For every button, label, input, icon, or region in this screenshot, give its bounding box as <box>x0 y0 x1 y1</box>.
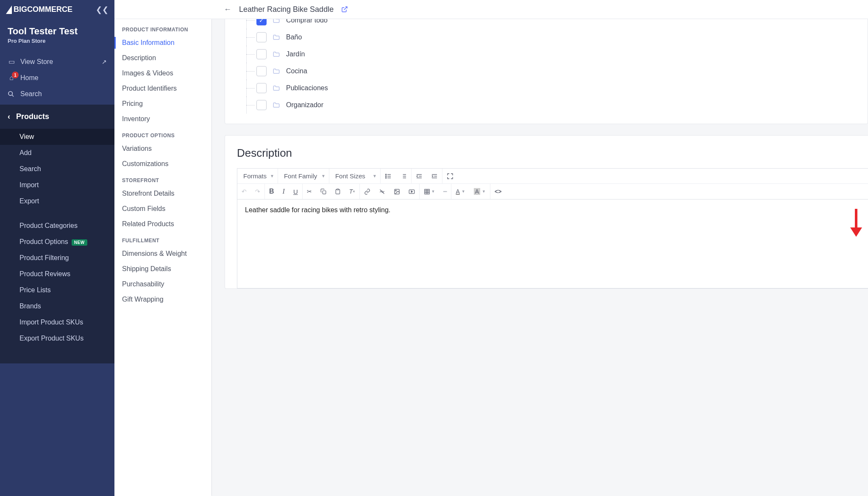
undo-button[interactable]: ↶ <box>237 184 251 199</box>
section-nav-item[interactable]: Purchasability <box>122 277 211 292</box>
svg-line-1 <box>12 95 14 97</box>
cut-button[interactable]: ✂ <box>303 184 316 199</box>
svg-point-6 <box>386 174 387 175</box>
table-button[interactable]: ▼ <box>420 184 440 199</box>
section-nav: PRODUCT INFORMATIONBasic InformationDesc… <box>114 19 212 496</box>
indent-button[interactable] <box>427 169 442 183</box>
folder-icon <box>273 67 280 75</box>
back-arrow-icon[interactable]: ← <box>224 5 231 14</box>
numbered-list-button[interactable] <box>396 169 411 183</box>
hr-button[interactable]: ━ <box>439 184 451 199</box>
section-nav-item[interactable]: Images & Videos <box>122 66 211 81</box>
subnav-item[interactable]: Product Filtering <box>0 250 114 266</box>
nav-label: Home <box>20 74 39 82</box>
nav-home[interactable]: ⌂ 1 Home <box>0 70 114 86</box>
text-color-button[interactable]: A▼ <box>451 184 469 199</box>
section-nav-item[interactable]: Related Products <box>122 216 211 232</box>
subnav-item[interactable]: Price Lists <box>0 282 114 298</box>
storefront-icon: ▭ <box>8 58 15 66</box>
section-nav-item[interactable]: Product Identifiers <box>122 81 211 96</box>
subnav-item[interactable]: Export <box>0 193 114 209</box>
fullscreen-button[interactable] <box>442 169 458 183</box>
svg-point-8 <box>386 177 387 178</box>
redo-button[interactable]: ↷ <box>251 184 264 199</box>
description-editor[interactable]: Leather saddle for racing bikes with ret… <box>237 200 868 288</box>
video-button[interactable] <box>404 184 419 199</box>
section-nav-item[interactable]: Pricing <box>122 96 211 111</box>
subnav-item[interactable]: Export Product SKUs <box>0 330 114 346</box>
main: ← Leather Racing Bike Saddle PRODUCT INF… <box>114 0 868 496</box>
chevron-left-icon: ‹ <box>8 112 10 121</box>
section-nav-item[interactable]: Custom Fields <box>122 201 211 216</box>
subnav-item[interactable]: Product Categories <box>0 218 114 234</box>
section-nav-item[interactable]: Gift Wrapping <box>122 292 211 307</box>
source-code-button[interactable]: <> <box>490 184 506 199</box>
open-external-icon[interactable] <box>341 6 348 13</box>
subnav-item[interactable]: Import Product SKUs <box>0 314 114 330</box>
subnav-item[interactable]: Search <box>0 161 114 177</box>
paste-button[interactable] <box>331 184 345 199</box>
sidebar-header: BIGCOMMERCE ❮❮ <box>0 0 114 19</box>
subnav-item[interactable]: Product Reviews <box>0 266 114 282</box>
italic-button[interactable]: I <box>278 184 289 199</box>
categories-card: ✓Comprar todoBañoJardínCocinaPublicacion… <box>225 19 868 124</box>
description-heading: Description <box>237 147 868 160</box>
subnav-item[interactable]: View <box>0 129 114 145</box>
new-badge: NEW <box>72 239 87 246</box>
section-nav-item[interactable]: Basic Information <box>122 35 211 50</box>
collapse-sidebar-icon[interactable]: ❮❮ <box>96 5 108 14</box>
unlink-button[interactable] <box>375 184 389 199</box>
section-nav-item[interactable]: Customizations <box>122 156 211 172</box>
section-nav-item[interactable]: Dimensions & Weight <box>122 246 211 261</box>
folder-icon <box>273 101 280 109</box>
subnav-item[interactable]: Brands <box>0 298 114 314</box>
formats-dropdown[interactable]: Formats▼ <box>237 172 278 180</box>
font-family-dropdown[interactable]: Font Family▼ <box>278 172 329 180</box>
svg-line-2 <box>344 7 347 10</box>
category-label: Cocina <box>286 67 307 75</box>
category-checkbox[interactable] <box>256 32 267 42</box>
category-checkbox[interactable] <box>256 83 267 93</box>
nav-products-back[interactable]: ‹ Products <box>0 105 114 129</box>
section-nav-item[interactable]: Shipping Details <box>122 261 211 277</box>
category-checkbox[interactable] <box>256 100 267 110</box>
svg-point-22 <box>395 190 396 191</box>
section-nav-item[interactable]: Variations <box>122 141 211 156</box>
subnav-item[interactable]: Add <box>0 145 114 161</box>
image-button[interactable] <box>389 184 404 199</box>
category-checkbox[interactable] <box>256 49 267 59</box>
section-heading: FULFILLMENT <box>122 238 211 244</box>
bold-button[interactable]: B <box>265 184 278 199</box>
category-row: Baño <box>237 29 856 46</box>
nav-search[interactable]: Search <box>0 86 114 102</box>
subnav-item[interactable]: Product OptionsNEW <box>0 234 114 250</box>
section-nav-item[interactable]: Inventory <box>122 111 211 127</box>
font-sizes-dropdown[interactable]: Font Sizes▼ <box>329 172 380 180</box>
svg-rect-19 <box>337 189 339 190</box>
toolbar-row-2: ↶ ↷ B I U ✂ T× <box>237 184 868 199</box>
clear-format-button[interactable]: T× <box>345 184 359 199</box>
section-heading: PRODUCT OPTIONS <box>122 133 211 139</box>
bg-color-button[interactable]: A▼ <box>470 184 490 199</box>
copy-button[interactable] <box>316 184 331 199</box>
svg-point-7 <box>386 176 387 177</box>
bullet-list-button[interactable] <box>381 169 396 183</box>
toolbar-row-1: Formats▼ Font Family▼ Font Sizes▼ <box>237 169 868 184</box>
section-nav-item[interactable]: Storefront Details <box>122 186 211 201</box>
section-title: Products <box>16 112 49 121</box>
folder-icon <box>273 50 280 58</box>
logo-icon <box>6 6 12 14</box>
section-nav-item[interactable]: Description <box>122 50 211 66</box>
nav-view-store[interactable]: ▭ View Store ↗ <box>0 53 114 70</box>
nav-primary: ▭ View Store ↗ ⌂ 1 Home Search <box>0 48 114 105</box>
svg-rect-18 <box>323 191 326 194</box>
outdent-button[interactable] <box>412 169 427 183</box>
category-checkbox[interactable] <box>256 66 267 76</box>
logo: BIGCOMMERCE <box>6 5 72 14</box>
search-icon <box>8 91 15 97</box>
subnav-item[interactable]: Import <box>0 177 114 193</box>
link-button[interactable] <box>360 184 375 199</box>
category-label: Comprar todo <box>286 19 328 24</box>
category-checkbox[interactable]: ✓ <box>256 19 267 25</box>
underline-button[interactable]: U <box>289 184 302 199</box>
